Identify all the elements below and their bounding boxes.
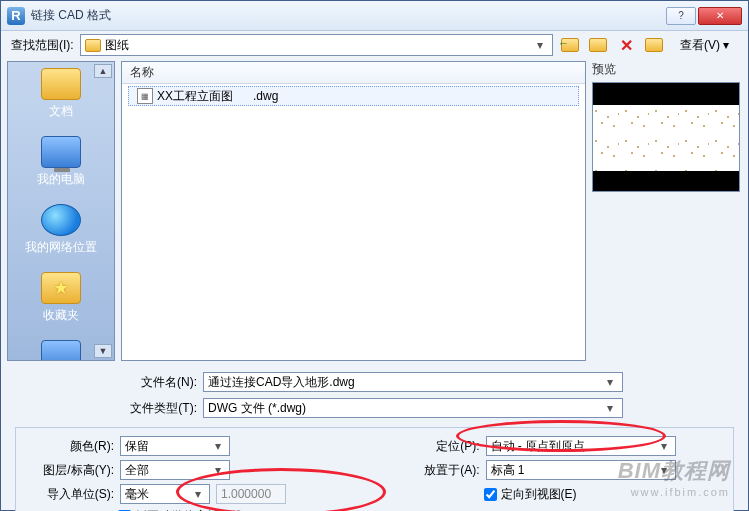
sidebar-label: 我的网络位置 [25, 240, 97, 254]
chevron-down-icon: ▾ [532, 38, 548, 52]
view-button[interactable]: 查看(V)▾ [671, 34, 738, 57]
orient-label: 定向到视图(E) [501, 486, 577, 503]
column-header-name[interactable]: 名称 [122, 62, 585, 84]
file-name: XX工程立面图 [157, 88, 233, 105]
titlebar: R 链接 CAD 格式 ? ✕ [1, 1, 748, 31]
filename-value: 通过连接CAD导入地形.dwg [208, 374, 602, 391]
places-sidebar: ▲ 文档 我的电脑 我的网络位置 收藏夹 桌面 ▼ [7, 61, 115, 361]
folder-icon [41, 68, 81, 100]
folder-icon [589, 38, 607, 52]
chevron-down-icon: ▾ [657, 439, 671, 453]
globe-icon [41, 204, 81, 236]
chevron-down-icon: ▾ [211, 463, 225, 477]
file-row[interactable]: ▦ XX工程立面图 .dwg [128, 86, 579, 106]
folder-icon [85, 39, 101, 52]
preview-thumbnail [592, 82, 740, 192]
star-icon [41, 272, 81, 304]
sidebar-label: 收藏夹 [43, 308, 79, 322]
lookin-combo[interactable]: 图纸 ▾ [80, 34, 553, 56]
lookin-label: 查找范围(I): [11, 37, 74, 54]
filename-label: 文件名(N): [121, 374, 197, 391]
sidebar-label: 我的电脑 [37, 172, 85, 186]
lookin-row: 查找范围(I): 图纸 ▾ ✕ 查看(V)▾ [7, 31, 742, 59]
chevron-down-icon: ▾ [191, 487, 205, 501]
dialog-content: 查找范围(I): 图纸 ▾ ✕ 查看(V)▾ ▲ 文档 我的电脑 我的网络位置 … [7, 31, 742, 504]
file-list[interactable]: 名称 ▦ XX工程立面图 .dwg [121, 61, 586, 361]
chevron-down-icon: ▾ [602, 401, 618, 415]
sidebar-scroll-down[interactable]: ▼ [94, 344, 112, 358]
window-title: 链接 CAD 格式 [31, 7, 664, 24]
place-combo[interactable]: 标高 1▾ [486, 460, 676, 480]
color-value: 保留 [125, 438, 149, 455]
unit-label: 导入单位(S): [24, 486, 114, 503]
orient-checkbox[interactable] [484, 488, 497, 501]
delete-button[interactable]: ✕ [615, 34, 637, 56]
lookin-value: 图纸 [105, 37, 532, 54]
layer-combo[interactable]: 全部▾ [120, 460, 230, 480]
folder-new-icon [645, 38, 663, 52]
preview-panel: 预览 [592, 61, 742, 361]
x-icon: ✕ [620, 36, 633, 55]
filetype-combo[interactable]: DWG 文件 (*.dwg) ▾ [203, 398, 623, 418]
chevron-down-icon: ▾ [211, 439, 225, 453]
view-label: 查看(V) [680, 37, 720, 54]
sidebar-item-network[interactable]: 我的网络位置 [8, 198, 114, 266]
dialog-window: R 链接 CAD 格式 ? ✕ 查找范围(I): 图纸 ▾ ✕ 查看(V)▾ ▲… [0, 0, 749, 511]
file-ext: .dwg [253, 89, 278, 103]
desktop-icon [41, 340, 81, 361]
filename-fields: 文件名(N): 通过连接CAD导入地形.dwg ▾ 文件类型(T): DWG 文… [121, 369, 742, 421]
newfolder-button[interactable] [643, 34, 665, 56]
layer-label: 图层/标高(Y): [24, 462, 114, 479]
color-label: 颜色(R): [24, 438, 114, 455]
options-box: 颜色(R): 保留▾ 定位(P): 自动 - 原点到原点▾ 图层/标高(Y): … [15, 427, 734, 511]
sidebar-item-computer[interactable]: 我的电脑 [8, 130, 114, 198]
folder-back-icon [561, 38, 579, 52]
computer-icon [41, 136, 81, 168]
filename-combo[interactable]: 通过连接CAD导入地形.dwg ▾ [203, 372, 623, 392]
layer-value: 全部 [125, 462, 149, 479]
sidebar-scroll-up[interactable]: ▲ [94, 64, 112, 78]
main-area: ▲ 文档 我的电脑 我的网络位置 收藏夹 桌面 ▼ 名称 ▦ XX工程立面图 .… [7, 61, 742, 361]
filetype-label: 文件类型(T): [121, 400, 197, 417]
preview-drawing [593, 105, 739, 171]
preview-label: 预览 [592, 61, 742, 78]
unit-value: 毫米 [125, 486, 149, 503]
chevron-down-icon: ▾ [723, 38, 729, 52]
sidebar-item-favorites[interactable]: 收藏夹 [8, 266, 114, 334]
unit-combo[interactable]: 毫米▾ [120, 484, 210, 504]
help-button[interactable]: ? [666, 7, 696, 25]
positioning-label: 定位(P): [390, 438, 480, 455]
positioning-value: 自动 - 原点到原点 [491, 438, 586, 455]
app-icon: R [7, 7, 25, 25]
color-combo[interactable]: 保留▾ [120, 436, 230, 456]
dwg-file-icon: ▦ [137, 88, 153, 104]
up-button[interactable] [587, 34, 609, 56]
place-label: 放置于(A): [390, 462, 480, 479]
chevron-down-icon: ▾ [602, 375, 618, 389]
back-button[interactable] [559, 34, 581, 56]
unit-factor: 1.000000 [216, 484, 286, 504]
chevron-down-icon: ▾ [657, 463, 671, 477]
file-pane: 名称 ▦ XX工程立面图 .dwg 预览 [121, 61, 742, 361]
positioning-combo[interactable]: 自动 - 原点到原点▾ [486, 436, 676, 456]
close-button[interactable]: ✕ [698, 7, 742, 25]
filetype-value: DWG 文件 (*.dwg) [208, 400, 602, 417]
place-value: 标高 1 [491, 462, 525, 479]
sidebar-label: 文档 [49, 104, 73, 118]
